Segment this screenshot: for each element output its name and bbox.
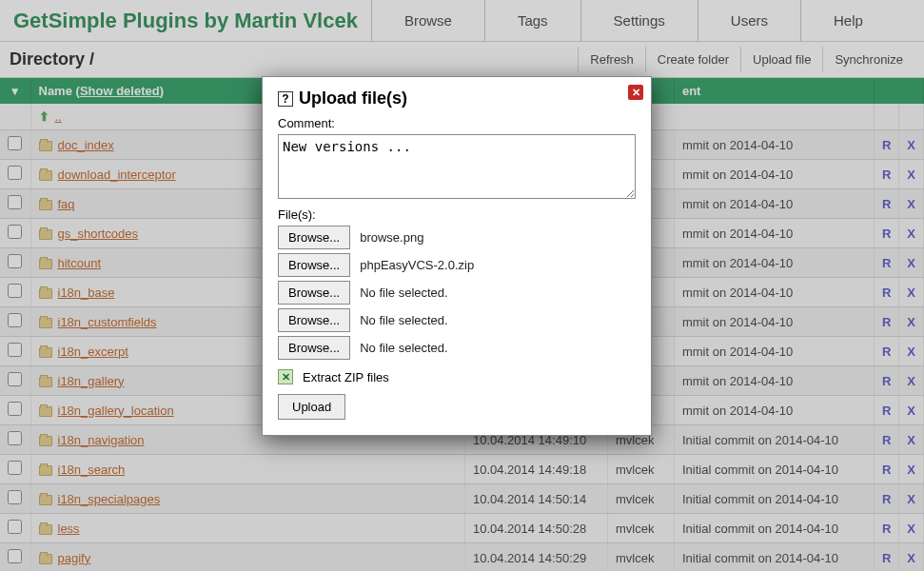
file-name: browse.png [360, 230, 423, 245]
file-row: Browse...No file selected. [278, 336, 636, 360]
file-name: phpEasyVCS-2.0.zip [360, 258, 474, 272]
browse-button[interactable]: Browse... [278, 281, 350, 305]
comment-input[interactable] [278, 134, 636, 199]
file-row: Browse...phpEasyVCS-2.0.zip [278, 253, 636, 277]
browse-button[interactable]: Browse... [278, 226, 350, 249]
comment-label: Comment: [278, 116, 636, 130]
extract-label: Extract ZIP files [303, 370, 389, 384]
file-row: Browse...No file selected. [278, 308, 636, 332]
browse-button[interactable]: Browse... [278, 308, 350, 332]
upload-dialog: ✕ ? Upload file(s) Comment: File(s): Bro… [262, 76, 652, 436]
browse-button[interactable]: Browse... [278, 253, 350, 277]
file-row: Browse...No file selected. [278, 281, 636, 305]
file-name: No file selected. [360, 313, 448, 327]
file-name: No file selected. [360, 286, 448, 300]
dialog-title: Upload file(s) [299, 89, 407, 108]
file-name: No file selected. [360, 341, 448, 355]
browse-button[interactable]: Browse... [278, 336, 350, 360]
close-icon[interactable]: ✕ [628, 85, 643, 100]
upload-button[interactable]: Upload [278, 394, 345, 420]
file-row: Browse...browse.png [278, 226, 636, 249]
files-label: File(s): [278, 207, 636, 222]
help-icon[interactable]: ? [278, 91, 293, 107]
extract-checkbox[interactable]: ✕ [278, 369, 293, 384]
